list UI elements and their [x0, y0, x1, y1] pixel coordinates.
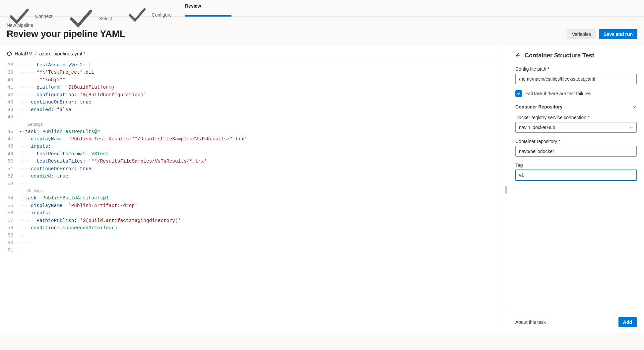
line-number: 51: [0, 165, 19, 173]
code-line[interactable]: 50······testResultsFiles:·'**/ResultsFil…: [0, 158, 504, 165]
step-connect[interactable]: Connect: [6, 0, 52, 17]
code-line[interactable]: 60····: [0, 239, 504, 246]
step-label: Configure: [152, 12, 172, 18]
code-line[interactable]: 40······!**\obj\**: [0, 76, 504, 84]
line-number: 59: [0, 232, 19, 239]
code-line[interactable]: 45··: [0, 113, 504, 121]
step-configure[interactable]: Configure: [125, 0, 172, 17]
code-line[interactable]: 57······PathtoPublish:·'$(build.artifact…: [0, 217, 504, 224]
code-line[interactable]: 46-·task:·PublishTestResults@2: [0, 128, 504, 135]
config-file-path-label: Config file path *: [515, 66, 637, 72]
line-number: 46: [0, 128, 19, 135]
code-line[interactable]: 47····displayName:·'Publish·Test·Results…: [0, 135, 504, 143]
code-line[interactable]: 53····: [0, 180, 504, 187]
code-line[interactable]: 52····enabled:·true: [0, 173, 504, 180]
page-title: Review your pipeline YAML: [7, 29, 125, 39]
chevron-down-icon: [632, 105, 637, 109]
code-line[interactable]: 43····continueOnError:·true: [0, 99, 504, 106]
code-line[interactable]: 38······testAssemblyVer2:·|: [0, 61, 504, 69]
code-line[interactable]: 56····inputs:: [0, 209, 504, 217]
line-number: 43: [0, 99, 19, 106]
task-assistant-panel: Container Structure Test Config file pat…: [508, 46, 644, 333]
config-file-path-input[interactable]: [515, 74, 637, 84]
code-line[interactable]: 44····enabled:·false: [0, 106, 504, 113]
breadcrumb-repo[interactable]: HalaRM: [15, 51, 32, 56]
step-label: Select: [99, 16, 112, 21]
line-number: 48: [0, 143, 19, 150]
line-number: 57: [0, 217, 19, 224]
step-review[interactable]: Review: [185, 0, 231, 17]
step-select[interactable]: Select: [66, 0, 112, 17]
about-this-task-link[interactable]: About this task: [515, 319, 546, 325]
line-number: 53: [0, 180, 19, 187]
save-and-run-button[interactable]: Save and run: [599, 29, 637, 39]
line-number: 61: [0, 246, 19, 254]
add-button[interactable]: Add: [618, 317, 637, 327]
editor-pane: HalaRM / azure-pipelines.yml * 38······t…: [0, 46, 504, 333]
code-line[interactable]: 55····displayName:·'Publish·Artifact:·dr…: [0, 202, 504, 209]
resize-handle[interactable]: [504, 46, 508, 333]
back-arrow-icon[interactable]: [515, 53, 521, 59]
tag-input[interactable]: [515, 170, 637, 180]
container-repository-section-header[interactable]: Container Repository: [515, 103, 637, 115]
line-number: 44: [0, 106, 19, 113]
code-line[interactable]: 39······**\*TestProject*.dll: [0, 69, 504, 76]
step-label: Review: [185, 3, 201, 9]
file-path-bar: HalaRM / azure-pipelines.yml *: [0, 46, 504, 61]
line-number: 60: [0, 239, 19, 246]
settings-code-lens[interactable]: Settings: [0, 121, 504, 128]
code-line[interactable]: 49······testResultsFormat:·VSTest: [0, 150, 504, 158]
container-repository-label: Container repository *: [515, 139, 637, 144]
breadcrumb-separator: /: [35, 51, 36, 56]
line-number: 41: [0, 84, 19, 91]
breadcrumb: New pipeline: [7, 23, 125, 28]
line-number: 49: [0, 150, 19, 158]
registry-connection-label: Docker registry service connection *: [515, 115, 637, 120]
line-number: 58: [0, 224, 19, 232]
code-line[interactable]: 58····condition:·succeededOrFailed(): [0, 224, 504, 232]
panel-title: Container Structure Test: [525, 52, 594, 59]
code-line[interactable]: 51····continueOnError:·true: [0, 165, 504, 173]
variables-button[interactable]: Variables: [567, 29, 596, 39]
fail-on-failures-checkbox[interactable]: [515, 90, 522, 97]
tag-label: Tag: [515, 163, 637, 168]
fail-on-failures-label: Fail task if there are test failures: [525, 91, 591, 96]
line-number: 47: [0, 135, 19, 143]
line-number: 56: [0, 209, 19, 217]
wizard-stepper: ConnectSelectConfigureReview: [0, 0, 644, 17]
yaml-editor[interactable]: 38······testAssemblyVer2:·|39······**\*T…: [0, 61, 504, 333]
code-line[interactable]: 54-·task:·PublishBuildArtifacts@1: [0, 194, 504, 202]
line-number: 42: [0, 91, 19, 99]
registry-connection-select[interactable]: [515, 122, 637, 133]
breadcrumb-file[interactable]: azure-pipelines.yml *: [39, 51, 85, 56]
section-title: Container Repository: [515, 104, 562, 109]
line-number: 39: [0, 69, 19, 76]
code-line[interactable]: 42······configuration:·'$(BuildConfigura…: [0, 91, 504, 99]
line-number: 45: [0, 113, 19, 121]
line-number: 50: [0, 158, 19, 165]
line-number: 52: [0, 173, 19, 180]
code-line[interactable]: 59··: [0, 232, 504, 239]
settings-code-lens[interactable]: Settings: [0, 187, 504, 194]
code-line[interactable]: 48····inputs:: [0, 143, 504, 150]
line-number: 55: [0, 202, 19, 209]
line-number: 40: [0, 76, 19, 84]
code-line[interactable]: 41······platform:·'$(BuildPlatform)': [0, 84, 504, 91]
line-number: 54: [0, 194, 19, 202]
repo-icon: [7, 51, 12, 56]
line-number: 38: [0, 61, 19, 69]
code-line[interactable]: 61··: [0, 246, 504, 254]
container-repository-input[interactable]: [515, 146, 637, 157]
step-label: Connect: [35, 14, 52, 19]
